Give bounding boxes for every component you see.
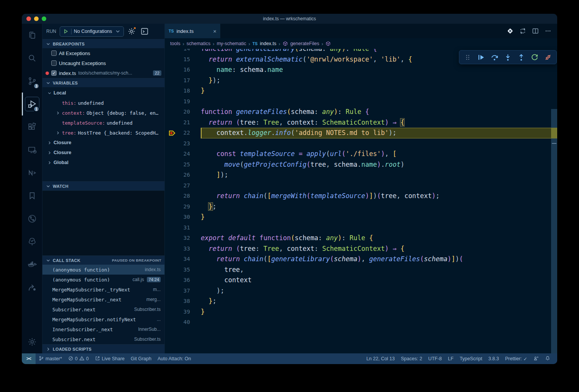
line-gutter[interactable]: 39: [165, 307, 201, 317]
drag-handle-button[interactable]: [462, 52, 473, 63]
variable-row[interactable]: this: undefined: [42, 98, 164, 108]
code-line[interactable]: 36 context: [165, 275, 557, 286]
remote-indicator[interactable]: ><: [22, 353, 36, 364]
line-gutter[interactable]: 35: [165, 265, 201, 275]
activity-manage[interactable]: [22, 330, 42, 353]
activity-extensions[interactable]: [22, 115, 42, 138]
line-gutter[interactable]: 30: [165, 212, 201, 223]
configure-gear-button[interactable]: [127, 27, 136, 36]
code-editor[interactable]: 14function generateLibrary(schema: any):…: [165, 49, 557, 353]
line-gutter[interactable]: 24: [165, 149, 201, 159]
step-over-button[interactable]: [489, 52, 500, 63]
split-editor-icon[interactable]: [531, 26, 540, 36]
breakpoint-row[interactable]: Uncaught Exceptions: [42, 58, 164, 68]
breakpoints-section-header[interactable]: BREAKPOINTS: [42, 39, 164, 48]
restart-button[interactable]: [529, 52, 540, 63]
indentation[interactable]: Spaces: 2: [398, 353, 425, 364]
code-line[interactable]: 26 ]);: [165, 170, 557, 181]
line-gutter[interactable]: 36: [165, 275, 201, 286]
call-stack-frame[interactable]: MergeMapSubscriber.notifyNext...: [42, 314, 164, 324]
call-stack-section-header[interactable]: CALL STACK PAUSED ON BREAKPOINT: [42, 255, 164, 265]
zoom-window-button[interactable]: [42, 16, 46, 21]
line-gutter[interactable]: 19: [165, 96, 201, 107]
line-gutter[interactable]: 26: [165, 170, 201, 181]
run-diamond-icon[interactable]: [506, 26, 515, 36]
variable-row[interactable]: Closure: [42, 148, 164, 158]
tab-index-ts[interactable]: TS index.ts ×: [165, 24, 221, 38]
line-gutter[interactable]: 37: [165, 286, 201, 296]
variable-row[interactable]: templateSource: undefined: [42, 118, 164, 128]
chevron-right-icon[interactable]: [47, 160, 52, 165]
breadcrumb-item[interactable]: tools: [170, 41, 180, 46]
activity-search[interactable]: [22, 47, 42, 70]
code-line[interactable]: 32export default function(schema: any): …: [165, 233, 557, 244]
branch-status[interactable]: master*: [36, 353, 65, 364]
language-mode[interactable]: TypeScript: [457, 353, 485, 364]
disconnect-button[interactable]: [543, 52, 553, 63]
breakpoint-checkbox[interactable]: ✓: [51, 70, 57, 76]
code-line[interactable]: 19: [165, 96, 557, 107]
code-line[interactable]: 27: [165, 181, 557, 191]
line-gutter[interactable]: 27: [165, 181, 201, 191]
call-stack-frame[interactable]: MergeMapSubscriber._tryNextm...: [42, 285, 164, 294]
code-line[interactable]: 18}: [165, 86, 557, 96]
line-gutter[interactable]: 23: [165, 138, 201, 149]
cursor-position[interactable]: Ln 22, Col 13: [363, 353, 398, 364]
launch-configuration-dropdown[interactable]: No Configurations: [60, 26, 124, 37]
line-gutter[interactable]: 21: [165, 117, 201, 128]
code-line[interactable]: 38 };: [165, 296, 557, 307]
variable-row[interactable]: Local: [42, 88, 164, 98]
code-line[interactable]: 21 return (tree: Tree, context: Schemati…: [165, 117, 557, 128]
line-gutter[interactable]: 34: [165, 254, 201, 265]
call-stack-frame[interactable]: (anonymous function)index.ts: [42, 265, 164, 275]
loaded-scripts-section-header[interactable]: LOADED SCRIPTS: [42, 344, 164, 353]
start-debug-icon[interactable]: [63, 28, 69, 34]
step-into-button[interactable]: [503, 52, 513, 63]
variable-row[interactable]: Closure: [42, 138, 164, 148]
watch-section-header[interactable]: WATCH: [42, 181, 164, 190]
variable-row[interactable]: Global: [42, 158, 164, 168]
typescript-version[interactable]: 3.8.3: [485, 353, 502, 364]
code-line[interactable]: 23: [165, 138, 557, 149]
step-out-button[interactable]: [516, 52, 527, 63]
variable-row[interactable]: context: Object {debug: false, en…: [42, 108, 164, 118]
code-line[interactable]: 39}: [165, 307, 557, 317]
code-line[interactable]: 33 return (tree: Tree, context: Schemati…: [165, 244, 557, 254]
code-line[interactable]: 22 context.logger.info('adding NOTES.md …: [165, 128, 557, 138]
breakpoint-checkbox[interactable]: [51, 50, 57, 56]
line-gutter[interactable]: 40: [165, 317, 201, 328]
encoding[interactable]: UTF-8: [425, 353, 445, 364]
code-line[interactable]: 29 };: [165, 202, 557, 212]
breakpoint-row[interactable]: All Exceptions: [42, 48, 164, 58]
scrollbar-thumb[interactable]: [551, 109, 557, 353]
breadcrumb-item[interactable]: index.ts: [260, 41, 276, 46]
auto-attach-status[interactable]: Auto Attach: On: [155, 353, 194, 364]
chevron-right-icon[interactable]: [55, 130, 60, 135]
activity-explorer[interactable]: [22, 24, 42, 47]
code-line[interactable]: 16 name: schema.name: [165, 65, 557, 75]
continue-button[interactable]: [476, 52, 486, 63]
watch-list-empty[interactable]: [42, 190, 164, 255]
variable-row[interactable]: tree: HostTree {_backend: ScopedH…: [42, 128, 164, 138]
code-line[interactable]: 25 move(getProjectConfig(tree, schema.na…: [165, 159, 557, 170]
code-line[interactable]: 34 return chain([generateLibrary(schema)…: [165, 254, 557, 265]
breadcrumb-item[interactable]: generateFiles: [290, 41, 319, 46]
line-gutter[interactable]: 15: [165, 54, 201, 65]
code-line[interactable]: 37 );: [165, 286, 557, 296]
line-gutter[interactable]: 33: [165, 244, 201, 254]
code-line[interactable]: 24 const templateSource = apply(url('./f…: [165, 149, 557, 159]
activity-docker[interactable]: [22, 253, 42, 276]
call-stack-frame[interactable]: Subscriber.nextSubscriber.ts: [42, 334, 164, 344]
activity-nx-console[interactable]: [22, 161, 42, 184]
more-actions-icon[interactable]: [543, 26, 553, 36]
line-gutter[interactable]: 17: [165, 75, 201, 86]
breadcrumb-item[interactable]: my-schematic: [217, 41, 246, 46]
chevron-right-icon[interactable]: [55, 111, 60, 115]
problems-status[interactable]: 00: [65, 353, 92, 364]
feedback[interactable]: [530, 353, 542, 364]
code-line[interactable]: 28 return chain([mergeWith(templateSourc…: [165, 191, 557, 202]
close-tab-icon[interactable]: ×: [213, 28, 216, 34]
live-share-status[interactable]: Live Share: [92, 353, 128, 364]
activity-bookmarks[interactable]: [22, 184, 42, 207]
activity-source-control[interactable]: 3: [22, 70, 42, 93]
